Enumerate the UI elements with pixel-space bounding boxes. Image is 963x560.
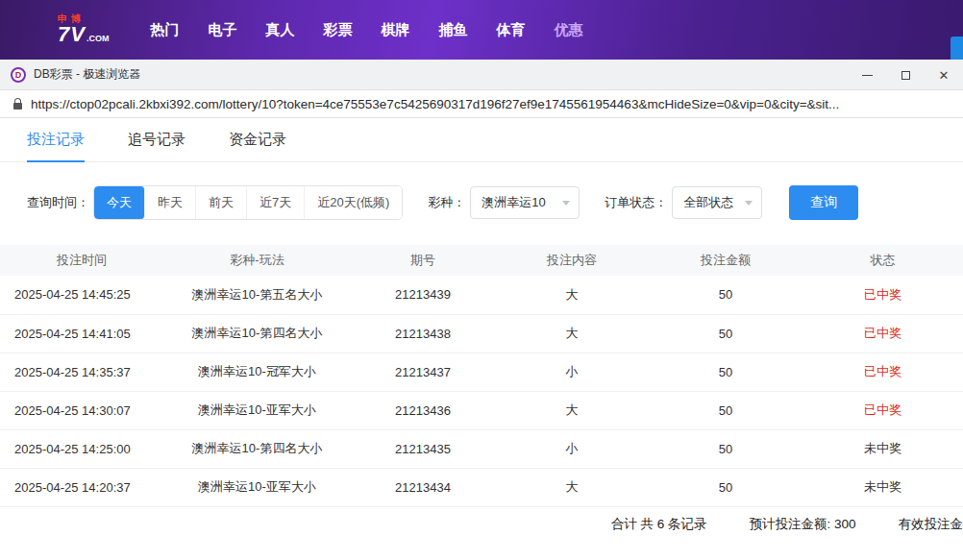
record-tabs: 投注记录追号记录资金记录 xyxy=(0,118,963,162)
cell-content: 大 xyxy=(495,276,649,314)
site-nav-item-5[interactable]: 棋牌 xyxy=(381,21,409,39)
cell-time: 2025-04-25 14:30:07 xyxy=(0,391,163,429)
cell-content: 小 xyxy=(495,429,649,468)
tab-2[interactable]: 追号记录 xyxy=(128,118,185,161)
cell-amount: 50 xyxy=(649,276,802,314)
chevron-down-icon xyxy=(745,201,753,206)
cell-issue: 21213436 xyxy=(351,391,495,429)
order-status-select[interactable]: 全部状态 xyxy=(672,186,762,219)
cell-status: 未中奖 xyxy=(802,429,963,468)
filter-bar: 查询时间： 今天昨天前天近7天近20天(低频) 彩种： 澳洲幸运10 订单状态：… xyxy=(27,185,963,220)
time-option-1[interactable]: 今天 xyxy=(94,186,145,219)
summary-bar: 合计 共 6 条记录 预计投注金额: 300 有效投注金 xyxy=(0,516,963,533)
table-row: 2025-04-25 14:35:37澳洲幸运10-冠军大小21213437小5… xyxy=(0,353,963,391)
cell-content: 大 xyxy=(495,314,649,353)
cell-time: 2025-04-25 14:35:37 xyxy=(0,353,163,391)
column-header: 投注金额 xyxy=(649,245,802,276)
cell-game: 澳洲幸运10-亚军大小 xyxy=(163,468,351,506)
cell-status: 已中奖 xyxy=(802,276,963,314)
time-option-2[interactable]: 昨天 xyxy=(145,186,196,219)
cell-issue: 21213437 xyxy=(351,353,495,391)
browser-titlebar: D DB彩票 - 极速浏览器 ✕ xyxy=(0,60,963,90)
cell-content: 小 xyxy=(495,353,649,391)
cell-time: 2025-04-25 14:45:25 xyxy=(0,276,163,314)
cell-status: 已中奖 xyxy=(802,391,963,429)
minimize-icon xyxy=(862,75,873,76)
ssl-lock-icon xyxy=(13,103,22,110)
summary-total-records: 合计 共 6 条记录 xyxy=(611,516,707,533)
query-button[interactable]: 查询 xyxy=(789,185,858,220)
cell-game: 澳洲幸运10-第五名大小 xyxy=(163,276,351,314)
table-row: 2025-04-25 14:20:37澳洲幸运10-亚军大小21213434大5… xyxy=(0,468,963,506)
site-logo-main: 7V .COM xyxy=(58,24,109,45)
cell-status: 未中奖 xyxy=(802,468,963,506)
site-nav-item-4[interactable]: 彩票 xyxy=(323,21,352,39)
site-nav-item-1[interactable]: 热门 xyxy=(150,21,179,39)
bet-records-table: 投注时间彩种-玩法期号投注内容投注金额状态 2025-04-25 14:45:2… xyxy=(0,245,963,507)
browser-favicon-icon: D xyxy=(11,67,26,83)
site-logo-suffix: .COM xyxy=(86,35,110,43)
cell-amount: 50 xyxy=(649,353,802,391)
site-nav-item-8[interactable]: 优惠 xyxy=(554,21,582,39)
column-header: 投注时间 xyxy=(0,245,163,276)
cell-time: 2025-04-25 14:20:37 xyxy=(0,468,163,506)
cell-status: 已中奖 xyxy=(802,314,963,353)
browser-addressbar: https://ctop02pcali.2kbxi392.com/lottery… xyxy=(0,90,963,118)
table-row: 2025-04-25 14:25:00澳洲幸运10-第四名大小21213435小… xyxy=(0,429,963,468)
maximize-button[interactable] xyxy=(886,60,925,90)
browser-window-title: DB彩票 - 极速浏览器 xyxy=(34,66,140,83)
table-header-row: 投注时间彩种-玩法期号投注内容投注金额状态 xyxy=(0,245,963,276)
site-logo-brand: 7V xyxy=(58,24,86,45)
cell-issue: 21213438 xyxy=(351,314,495,353)
column-header: 彩种-玩法 xyxy=(163,245,351,276)
cell-amount: 50 xyxy=(649,468,802,506)
lottery-filter-label: 彩种： xyxy=(428,194,465,211)
site-logo[interactable]: 申博 7V .COM xyxy=(58,14,109,45)
site-nav-item-2[interactable]: 电子 xyxy=(208,21,236,39)
time-option-4[interactable]: 近7天 xyxy=(247,186,305,219)
floating-side-widget[interactable] xyxy=(951,37,963,62)
chevron-down-icon xyxy=(562,201,570,206)
column-header: 期号 xyxy=(351,245,495,276)
close-button[interactable]: ✕ xyxy=(925,60,963,90)
cell-issue: 21213434 xyxy=(351,468,495,506)
cell-game: 澳洲幸运10-第四名大小 xyxy=(163,314,351,353)
time-filter-group: 今天昨天前天近7天近20天(低频) xyxy=(93,185,403,220)
cell-content: 大 xyxy=(495,391,649,429)
column-header: 状态 xyxy=(802,245,963,276)
window-controls: ✕ xyxy=(848,60,963,90)
cell-status: 已中奖 xyxy=(802,353,963,391)
tab-1[interactable]: 投注记录 xyxy=(27,118,85,161)
cell-amount: 50 xyxy=(649,429,802,468)
maximize-icon xyxy=(901,71,910,80)
url-text[interactable]: https://ctop02pcali.2kbxi392.com/lottery… xyxy=(31,97,839,111)
cell-content: 大 xyxy=(495,468,649,506)
time-option-5[interactable]: 近20天(低频) xyxy=(305,186,402,219)
cell-time: 2025-04-25 14:41:05 xyxy=(0,314,163,353)
lottery-select[interactable]: 澳洲幸运10 xyxy=(470,186,580,219)
cell-game: 澳洲幸运10-亚军大小 xyxy=(163,391,351,429)
table-row: 2025-04-25 14:41:05澳洲幸运10-第四名大小21213438大… xyxy=(0,314,963,353)
table-row: 2025-04-25 14:45:25澳洲幸运10-第五名大小21213439大… xyxy=(0,276,963,314)
summary-estimated-amount: 预计投注金额: 300 xyxy=(749,516,855,533)
time-filter-label: 查询时间： xyxy=(27,194,89,211)
site-nav-item-6[interactable]: 捕鱼 xyxy=(438,21,467,39)
cell-game: 澳洲幸运10-冠军大小 xyxy=(163,353,351,391)
site-nav-item-7[interactable]: 体育 xyxy=(496,21,525,39)
order-status-filter-label: 订单状态： xyxy=(605,194,667,211)
time-option-3[interactable]: 前天 xyxy=(196,186,247,219)
cell-issue: 21213439 xyxy=(351,276,495,314)
site-nav-items: 热门电子真人彩票棋牌捕鱼体育优惠 xyxy=(136,21,597,39)
site-nav: 申博 7V .COM 热门电子真人彩票棋牌捕鱼体育优惠 xyxy=(0,0,963,60)
screen: 申博 7V .COM 热门电子真人彩票棋牌捕鱼体育优惠 D DB彩票 - 极速浏… xyxy=(0,0,963,560)
column-header: 投注内容 xyxy=(495,245,649,276)
tab-3[interactable]: 资金记录 xyxy=(229,118,286,161)
cell-amount: 50 xyxy=(649,391,802,429)
site-nav-item-3[interactable]: 真人 xyxy=(265,21,294,39)
cell-issue: 21213435 xyxy=(351,429,495,468)
summary-valid-amount: 有效投注金 xyxy=(899,516,963,533)
table-row: 2025-04-25 14:30:07澳洲幸运10-亚军大小21213436大5… xyxy=(0,391,963,429)
cell-time: 2025-04-25 14:25:00 xyxy=(0,429,163,468)
cell-amount: 50 xyxy=(649,314,802,353)
minimize-button[interactable] xyxy=(848,60,886,90)
